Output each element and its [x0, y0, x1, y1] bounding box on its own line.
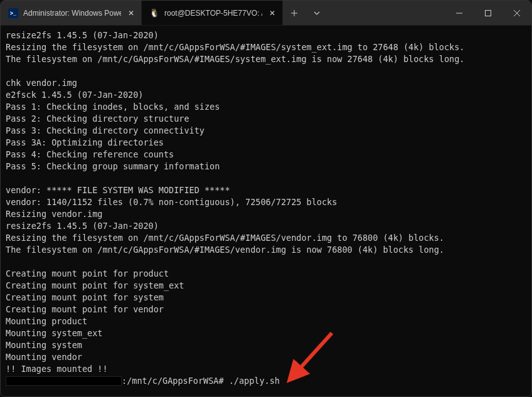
close-icon[interactable]: ✕ [267, 8, 277, 18]
chevron-down-icon [314, 10, 320, 16]
tab-powershell[interactable]: >_ Administrator: Windows PowerS ✕ [1, 1, 142, 25]
close-icon [514, 10, 520, 16]
linux-icon: 🐧 [149, 8, 159, 18]
powershell-icon: >_ [8, 8, 18, 18]
tab-actions [283, 1, 328, 25]
maximize-icon [485, 10, 491, 16]
svg-rect-0 [486, 10, 491, 16]
plus-icon [291, 10, 297, 16]
tab-title: root@DESKTOP-5HE77VO: /mnt [164, 9, 262, 18]
prompt-command: ./apply.sh [229, 375, 280, 387]
close-icon[interactable]: ✕ [126, 8, 136, 18]
prompt-path: :/mnt/c/GAppsForWSA# [122, 375, 229, 387]
title-bar: >_ Administrator: Windows PowerS ✕ 🐧 roo… [1, 1, 531, 26]
window-controls [445, 1, 531, 25]
maximize-button[interactable] [474, 1, 503, 25]
prompt-line: :/mnt/c/GAppsForWSA# ./apply.sh [6, 375, 526, 387]
tab-dropdown-button[interactable] [306, 1, 328, 25]
tab-title: Administrator: Windows PowerS [23, 9, 121, 18]
new-tab-button[interactable] [283, 1, 306, 25]
tab-linux[interactable]: 🐧 root@DESKTOP-5HE77VO: /mnt ✕ [142, 1, 283, 25]
tab-strip: >_ Administrator: Windows PowerS ✕ 🐧 roo… [1, 1, 328, 25]
minimize-button[interactable] [445, 1, 474, 25]
terminal-output[interactable]: resize2fs 1.45.5 (07-Jan-2020) Resizing … [1, 26, 531, 391]
minimize-icon [456, 10, 462, 16]
redacted-user-host [6, 376, 122, 386]
close-button[interactable] [503, 1, 531, 25]
